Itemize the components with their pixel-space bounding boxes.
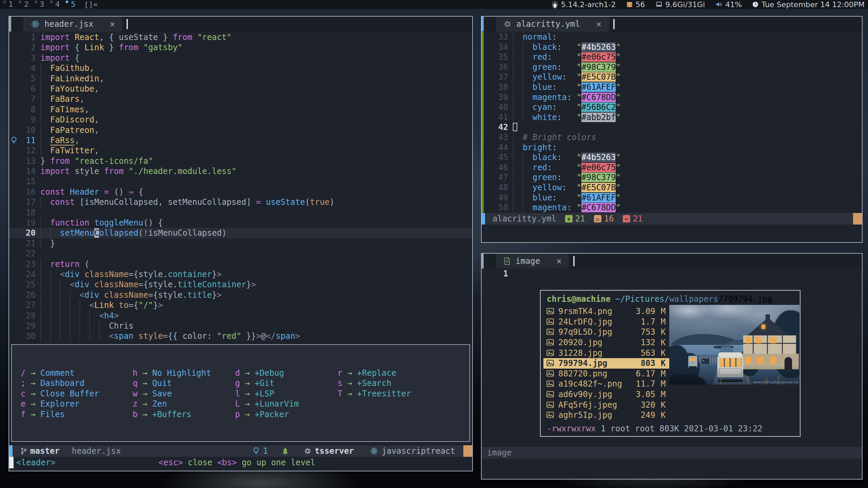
code-line[interactable]: 5▏ FaLinkedin, xyxy=(9,74,472,84)
whichkey-entry[interactable]: z → Zen xyxy=(133,399,211,409)
scrollbar[interactable] xyxy=(9,17,11,32)
file-row[interactable]: 31228.jpg563K xyxy=(543,348,670,358)
whichkey-entry[interactable]: q → Quit xyxy=(133,378,211,388)
code-line[interactable]: 38▏ ▏ blue: "#61AFEF" xyxy=(482,82,862,93)
whichkey-entry[interactable]: s → +Search xyxy=(337,378,411,388)
file-row[interactable]: 24LrDFQ.jpg1.7M xyxy=(543,317,670,327)
code-line[interactable]: 50▏ ▏ magenta: "#C678DD" xyxy=(482,203,862,213)
code-line[interactable]: 3import { xyxy=(9,53,472,63)
code-line[interactable]: 24▏ ▏ <div className={style.container}> xyxy=(9,269,472,279)
close-icon[interactable]: × xyxy=(556,256,562,266)
code-line[interactable]: 20▏ ▏ setMenuCollapsed(!isMenuCollapsed) xyxy=(9,228,472,238)
workspace-3[interactable]: 3 xyxy=(34,0,47,9)
scrollbar[interactable] xyxy=(482,17,484,32)
code-line[interactable]: 48▏ ▏ yellow: "#E5C07B" xyxy=(482,183,862,193)
code-line[interactable]: 10▏ FaPatreon, xyxy=(9,125,472,135)
file-row[interactable]: ad6v90y.jpg3.05M xyxy=(543,389,670,400)
code-line[interactable]: 1import React, { useState } from "react" xyxy=(9,32,472,42)
lightbulb-icon[interactable] xyxy=(10,136,18,145)
code-line[interactable]: 41▏ ▏ white: "#abb2bf" xyxy=(482,113,862,123)
code-line[interactable]: 42 xyxy=(482,122,862,133)
code-line[interactable]: 13} from "react-icons/fa" xyxy=(9,156,472,166)
code-line[interactable]: 9▏ FaDiscord, xyxy=(9,115,472,125)
file-row[interactable]: a19c482f~.png11.7M xyxy=(543,379,670,389)
tab-alacritty-yml[interactable]: alacritty.yml × xyxy=(496,17,609,32)
code-line[interactable]: 30▏ ▏ ▏ ▏ ▏ ▏ ▏ <span style={{ color: "r… xyxy=(9,331,472,341)
layout-symbol[interactable]: []= xyxy=(84,0,98,9)
code-line[interactable]: 8▏ FaTimes, xyxy=(9,104,472,115)
code-line[interactable]: 25▏ ▏ ▏ <div className={style.titleConta… xyxy=(9,279,472,290)
whichkey-entry[interactable]: p → +Packer xyxy=(235,409,299,419)
code-line[interactable]: 36▏ ▏ green: "#98C379" xyxy=(482,62,862,73)
code-line[interactable]: 37▏ ▏ yellow: "#E5C07B" xyxy=(482,72,862,82)
code-line[interactable]: 40▏ ▏ cyan: "#56B6C2" xyxy=(482,102,862,113)
whichkey-entry[interactable]: g → +Git xyxy=(235,378,299,388)
file-row[interactable]: 20920.jpg132K xyxy=(543,337,670,348)
tab-image[interactable]: image × xyxy=(496,254,569,269)
workspace-2[interactable]: 2 xyxy=(18,0,31,9)
whichkey-entry[interactable]: / → Comment xyxy=(21,368,99,378)
file-row[interactable]: aghr5Ip.jpg249K xyxy=(543,410,670,421)
workspace-1[interactable]: 1 xyxy=(3,0,16,9)
code-line[interactable]: 1 xyxy=(482,269,862,279)
code-line[interactable]: 49▏ ▏ blue: "#61AFEF" xyxy=(482,193,862,203)
code-line[interactable]: 6▏ FaYoutube, xyxy=(9,84,472,94)
workspace-4[interactable]: 4 xyxy=(50,0,62,9)
whichkey-entry[interactable]: d → +Debug xyxy=(235,368,299,378)
code-line[interactable]: 15 xyxy=(9,176,472,187)
code-line[interactable]: 16const Header = () ⇒ { xyxy=(9,187,472,197)
code-line[interactable]: 2import { Link } from "gatsby" xyxy=(9,42,472,53)
cmdline-left[interactable]: <leader> <esc> close <bs> go up one leve… xyxy=(9,457,472,468)
whichkey-entry[interactable]: h → No Highlight xyxy=(133,368,211,378)
file-row[interactable]: 9rsmTK4.png3.09M xyxy=(543,306,670,317)
code-line[interactable]: 44▏ bright: xyxy=(482,143,862,153)
whichkey-entry[interactable]: ; → Dashboard xyxy=(21,378,99,388)
file-icon xyxy=(503,257,511,265)
code-line[interactable]: 33▏ normal: xyxy=(482,32,862,42)
workspace-5[interactable]: 5 xyxy=(65,0,78,9)
code-line[interactable]: 11▏ FaRss, xyxy=(9,135,472,145)
git-branch-name[interactable]: master xyxy=(30,446,60,456)
code-line[interactable]: 21▏ } xyxy=(9,238,472,249)
code-line[interactable]: 47▏ ▏ green: "#98C379" xyxy=(482,173,862,183)
file-row[interactable]: 97q9L5D.jpg753K xyxy=(543,327,670,337)
close-icon[interactable]: × xyxy=(110,19,115,29)
code-line[interactable]: 46▏ ▏ red: "#e06c75" xyxy=(482,163,862,173)
code-line[interactable]: 39▏ ▏ magenta: "#C678DD" xyxy=(482,93,862,103)
whichkey-entry[interactable]: b → +Buffers xyxy=(133,409,211,419)
code-line[interactable]: 26▏ ▏ ▏ ▏ <div className={style.title}> xyxy=(9,290,472,300)
file-row[interactable]: 882720.png6.17M xyxy=(543,369,670,379)
code-line[interactable]: 22 xyxy=(9,249,472,259)
code-line[interactable]: 14import style from "./header.module.les… xyxy=(9,166,472,176)
code-line[interactable]: 7▏ FaBars, xyxy=(9,94,472,104)
whichkey-entry[interactable]: f → Files xyxy=(21,409,99,419)
code-area[interactable]: 1import React, { useState } from "react"… xyxy=(9,32,472,341)
code-line[interactable]: 19▏ function toggleMenu() { xyxy=(9,218,472,228)
code-area[interactable]: 33▏ normal:34▏ ▏ black: "#4b5263"35▏ ▏ r… xyxy=(482,32,862,213)
code-line[interactable]: 35▏ ▏ red: "#e06c75" xyxy=(482,52,862,62)
whichkey-entry[interactable]: e → Explorer xyxy=(21,399,99,409)
code-line[interactable]: 17▏ const [isMenuCollapsed, setMenuColla… xyxy=(9,197,472,207)
whichkey-entry[interactable]: T → +Treesitter xyxy=(337,389,411,399)
code-line[interactable]: 45▏ ▏ black: "#4b5263" xyxy=(482,153,862,163)
code-line[interactable]: 23▏ return ( xyxy=(9,259,472,269)
whichkey-entry[interactable]: r → +Replace xyxy=(337,368,411,378)
whichkey-entry[interactable]: c → Close Buffer xyxy=(21,389,99,399)
code-line[interactable]: 34▏ ▏ black: "#4b5263" xyxy=(482,42,862,53)
tab-header-jsx[interactable]: header.jsx × xyxy=(23,17,122,32)
scrollbar[interactable] xyxy=(482,254,484,269)
code-line[interactable]: 27▏ ▏ ▏ ▏ ▏ <Link to={"/"}> xyxy=(9,300,472,310)
code-line[interactable]: 29▏ ▏ ▏ ▏ ▏ ▏ ▏ Chris xyxy=(9,321,472,331)
file-row[interactable]: AFq5r6j.jpeg320K xyxy=(543,399,670,410)
git-added-icon: + xyxy=(565,215,573,222)
code-line[interactable]: 43▏ # Bright colors xyxy=(482,133,862,143)
code-line[interactable]: 4▏ FaGithub, xyxy=(9,63,472,73)
close-icon[interactable]: × xyxy=(596,19,602,29)
code-line[interactable]: 18 xyxy=(9,208,472,218)
whichkey-entry[interactable]: L → +LunarVim xyxy=(235,399,299,409)
whichkey-entry[interactable]: l → +LSP xyxy=(235,389,299,399)
whichkey-entry[interactable]: w → Save xyxy=(133,389,211,399)
code-line[interactable]: 12▏ FaTwitter, xyxy=(9,145,472,156)
file-row[interactable]: 799794.jpg803K xyxy=(543,358,670,369)
code-line[interactable]: 28▏ ▏ ▏ ▏ ▏ ▏ <h4> xyxy=(9,311,472,321)
